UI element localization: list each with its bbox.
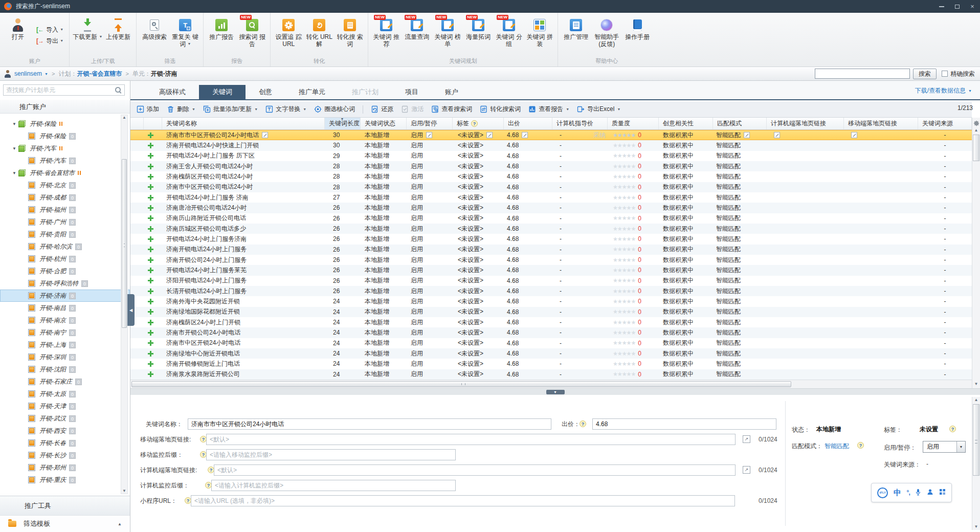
- column-header[interactable]: 关键词来源: [918, 118, 972, 129]
- column-header[interactable]: [144, 118, 162, 129]
- add-keyword-icon[interactable]: [148, 153, 153, 159]
- tree-unit-item[interactable]: 开锁-深圳0: [0, 351, 130, 363]
- ime-microphone-icon[interactable]: [915, 489, 921, 497]
- ribbon-button[interactable]: 高级搜索: [139, 14, 170, 56]
- tree-unit-item[interactable]: 开锁-太原0: [0, 388, 130, 400]
- adopt-button[interactable]: 采纳: [593, 131, 606, 140]
- tab-高级样式[interactable]: 高级样式: [146, 85, 199, 99]
- ribbon-button[interactable]: 关键词 拼装: [524, 14, 555, 56]
- account-caret-icon[interactable]: ▼: [44, 72, 48, 76]
- quick-search-input[interactable]: [815, 69, 910, 79]
- match-mode-value[interactable]: 智能匹配: [825, 442, 849, 451]
- column-header[interactable]: 质量度: [608, 118, 659, 129]
- search-icon[interactable]: [115, 86, 122, 94]
- add-keyword-icon[interactable]: [148, 278, 153, 283]
- help-icon[interactable]: ?: [471, 120, 478, 127]
- add-keyword-icon[interactable]: [148, 268, 153, 273]
- table-row[interactable]: 开锁电话24小时上门服务莱芜26本地新增启用<未设置>4.68-★★★★★0数据…: [130, 265, 972, 275]
- table-row[interactable]: 济南浆水泉路附近开锁公司24本地新增启用<未设置>4.68-★★★★★0数据积累…: [130, 369, 972, 380]
- external-link-icon[interactable]: ↗: [743, 466, 750, 474]
- scroll-up-icon[interactable]: ▲: [972, 127, 980, 134]
- action-report-button[interactable]: 查看报告 ▼: [528, 105, 569, 114]
- ribbon-button[interactable]: 打开: [3, 14, 33, 56]
- ribbon-button[interactable]: 设置追 踪URL: [273, 14, 304, 56]
- ime-user-icon[interactable]: [927, 489, 933, 497]
- tree-expand-icon[interactable]: ▼: [12, 122, 18, 126]
- add-keyword-icon[interactable]: [148, 143, 153, 148]
- action-activate-button[interactable]: 激活: [401, 105, 424, 114]
- ribbon-button[interactable]: NEW关键词 榜单: [432, 14, 463, 56]
- tab-账户[interactable]: 账户: [432, 85, 472, 99]
- ribbon-button[interactable]: NEW关键词 推荐: [371, 14, 402, 56]
- table-row[interactable]: 济南绿地国际花都附近开锁24本地新增启用<未设置>4.68-★★★★★0数据积累…: [130, 307, 972, 317]
- scrollbar-thumb[interactable]: [131, 381, 791, 387]
- scroll-down-icon[interactable]: ▼: [972, 381, 980, 387]
- detail-miniapp-url-input[interactable]: [191, 495, 735, 506]
- add-keyword-icon[interactable]: [148, 257, 153, 263]
- add-keyword-icon[interactable]: [148, 226, 153, 232]
- ribbon-button[interactable]: [→导出 ▼: [36, 37, 63, 45]
- add-keyword-icon[interactable]: [148, 371, 153, 377]
- table-row[interactable]: 济南市中区开锁公司电话24小时28本地新增启用<未设置>4.68-★★★★★0数…: [130, 182, 972, 192]
- add-keyword-icon[interactable]: [148, 236, 153, 242]
- add-keyword-icon[interactable]: [148, 320, 153, 325]
- table-row[interactable]: 济南外海中央花园附近开锁24本地新增启用<未设置>4.68-★★★★★0数据积累…: [130, 296, 972, 306]
- tree-plan-item[interactable]: ▼开锁-汽车: [0, 142, 130, 154]
- ribbon-button[interactable]: 智能助手 (反馈): [591, 14, 622, 56]
- add-keyword-icon[interactable]: [148, 340, 153, 346]
- exact-search-checkbox[interactable]: [942, 71, 948, 77]
- action-add-button[interactable]: 添加: [137, 105, 159, 114]
- add-keyword-icon[interactable]: [148, 215, 153, 221]
- action-restore-button[interactable]: 还原: [371, 105, 393, 114]
- table-row[interactable]: 济南绿地中心附近开锁电话24本地新增启用<未设置>4.68-★★★★★0数据积累…: [130, 348, 972, 359]
- column-header[interactable]: 关键词状态: [361, 118, 407, 129]
- tree-unit-item[interactable]: 开锁-南京0: [0, 314, 130, 326]
- sidebar-scrollbar[interactable]: ▲ ▼: [121, 115, 128, 494]
- close-button[interactable]: ×: [965, 0, 980, 13]
- table-row[interactable]: 济南王舍人开锁公司电话24小时28本地新增启用<未设置>4.68-★★★★★0数…: [130, 161, 972, 171]
- panel-splitter[interactable]: ▼: [130, 388, 980, 395]
- detail-mobile-link-input[interactable]: [206, 434, 736, 445]
- ribbon-button[interactable]: 转化 URL解: [304, 14, 335, 56]
- breadcrumb-plan[interactable]: 开锁-省会直辖市: [77, 70, 122, 78]
- tree-unit-item[interactable]: 开锁-天津0: [0, 400, 130, 412]
- table-row[interactable]: 开锁电话24小时上门服务 历下区29本地新增启用<未设置>4.68-★★★★★0…: [130, 151, 972, 161]
- tree-unit-item[interactable]: 开锁-呼和浩特0: [0, 277, 130, 290]
- tab-关键词[interactable]: 关键词: [199, 85, 246, 99]
- tree-unit-item[interactable]: 开锁-沈阳0: [0, 363, 130, 375]
- scrollbar-thumb[interactable]: [122, 159, 127, 328]
- tree-expand-icon[interactable]: ▼: [12, 146, 18, 151]
- action-circle-select-button[interactable]: 圈选核心词: [314, 105, 355, 114]
- action-text-replace-button[interactable]: 文字替换 ▼: [265, 105, 306, 114]
- tab-项目[interactable]: 项目: [392, 85, 432, 99]
- ime-logo-icon[interactable]: iFLY: [877, 487, 888, 498]
- help-icon[interactable]: ?: [949, 426, 956, 432]
- ime-punctuation-icon[interactable]: °,: [907, 489, 910, 496]
- edit-icon[interactable]: [486, 132, 493, 138]
- help-icon[interactable]: ?: [857, 442, 864, 449]
- maximize-button[interactable]: [949, 0, 965, 13]
- ribbon-button[interactable]: T重复关 键词 ▼: [170, 14, 201, 56]
- action-view-query-button[interactable]: 查看搜索词: [431, 105, 472, 114]
- column-header[interactable]: 匹配模式: [713, 118, 767, 129]
- edit-icon[interactable]: [522, 132, 528, 138]
- enable-pause-dropdown[interactable]: 启用 ▼: [923, 441, 966, 453]
- tree-unit-item[interactable]: 开锁-北京0: [0, 179, 130, 191]
- tree-unit-item[interactable]: 开锁-南宁0: [0, 326, 130, 339]
- add-keyword-icon[interactable]: [148, 289, 153, 294]
- sidebar-filter-template-bar[interactable]: 筛选模板 ▲: [0, 515, 130, 532]
- column-header[interactable]: 标签 ?: [453, 118, 504, 129]
- tree-unit-item[interactable]: 开锁-哈尔滨0: [0, 240, 130, 253]
- tree-unit-item[interactable]: 开锁-合肥0: [0, 265, 130, 277]
- table-row[interactable]: 济阳开锁电话24小时上门服务26本地新增启用<未设置>4.68-★★★★★0数据…: [130, 276, 972, 286]
- breadcrumb-account[interactable]: senlinsem: [14, 70, 42, 77]
- ribbon-button[interactable]: 转化搜 索词: [335, 14, 365, 56]
- tree-unit-item[interactable]: 开锁-长春0: [0, 437, 130, 449]
- scroll-down-icon[interactable]: ▼: [972, 524, 980, 529]
- tree-unit-item[interactable]: 开锁-保险0: [0, 130, 130, 142]
- table-row[interactable]: 济南历城区开锁公司电话多少26本地新增启用<未设置>4.68-★★★★★0数据积…: [130, 224, 972, 234]
- add-keyword-icon[interactable]: [148, 205, 153, 211]
- tree-expand-icon[interactable]: ▼: [12, 171, 18, 175]
- edit-icon[interactable]: [744, 132, 750, 138]
- add-keyword-icon[interactable]: [148, 195, 153, 201]
